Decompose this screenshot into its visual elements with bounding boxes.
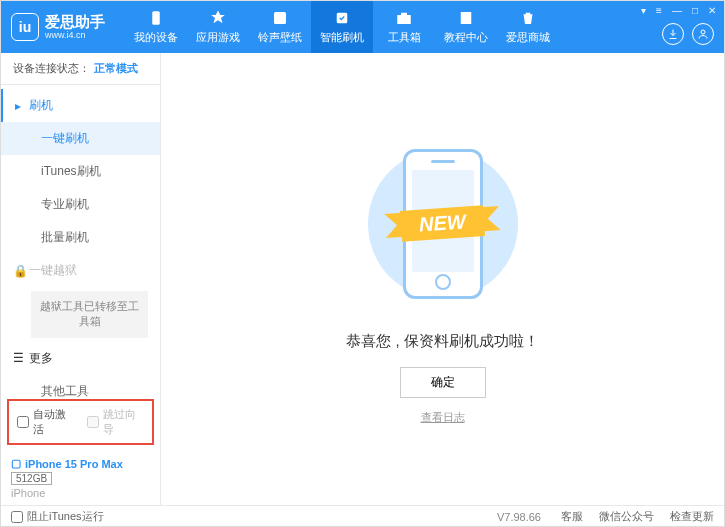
app-logo: iu 爱思助手 www.i4.cn <box>11 13 105 41</box>
nav-5[interactable]: 教程中心 <box>435 1 497 53</box>
sidebar-item[interactable]: 其他工具 <box>1 375 160 399</box>
jailbreak-note: 越狱工具已转移至工具箱 <box>31 291 148 338</box>
sidebar: 设备连接状态： 正常模式 ▸ 刷机 一键刷机iTunes刷机专业刷机批量刷机 🔒… <box>1 53 161 505</box>
footer-link[interactable]: 微信公众号 <box>599 509 654 524</box>
window-controls: ▾≡—□✕ <box>641 5 716 16</box>
sidebar-item[interactable]: 批量刷机 <box>1 221 160 254</box>
footer-link[interactable]: 检查更新 <box>670 509 714 524</box>
svg-point-6 <box>701 30 705 34</box>
win-control[interactable]: □ <box>692 5 698 16</box>
nav-0[interactable]: 我的设备 <box>125 1 187 53</box>
status-label: 设备连接状态： <box>13 61 90 76</box>
sidebar-group-more[interactable]: ☰ 更多 <box>1 342 160 375</box>
main-content: NEW 恭喜您 , 保资料刷机成功啦！ 确定 查看日志 <box>161 53 724 505</box>
device-info: ▢ iPhone 15 Pro Max 512GB iPhone <box>1 451 160 505</box>
device-name[interactable]: ▢ iPhone 15 Pro Max <box>11 457 150 470</box>
device-type: iPhone <box>11 487 150 499</box>
nav-icon <box>147 9 165 27</box>
sidebar-item[interactable]: 一键刷机 <box>1 122 160 155</box>
phone-icon: ▢ <box>11 457 21 470</box>
sidebar-group-flash[interactable]: ▸ 刷机 <box>1 89 160 122</box>
svg-rect-1 <box>274 12 286 24</box>
nav-2[interactable]: 铃声壁纸 <box>249 1 311 53</box>
nav-icon <box>519 9 537 27</box>
skip-guide-checkbox[interactable]: 跳过向导 <box>87 407 145 437</box>
version-label: V7.98.66 <box>497 511 541 523</box>
new-ribbon: NEW <box>400 205 485 242</box>
download-icon[interactable] <box>662 23 684 45</box>
device-storage: 512GB <box>11 472 52 485</box>
nav-icon <box>271 9 289 27</box>
success-message: 恭喜您 , 保资料刷机成功啦！ <box>346 332 539 351</box>
auto-activate-checkbox[interactable]: 自动激活 <box>17 407 75 437</box>
success-illustration: NEW <box>323 134 563 314</box>
header-actions <box>662 23 714 45</box>
sidebar-item[interactable]: 专业刷机 <box>1 188 160 221</box>
win-control[interactable]: ✕ <box>708 5 716 16</box>
logo-icon: iu <box>11 13 39 41</box>
sidebar-item[interactable]: iTunes刷机 <box>1 155 160 188</box>
nav-1[interactable]: 应用游戏 <box>187 1 249 53</box>
app-url: www.i4.cn <box>45 31 105 40</box>
win-control[interactable]: ▾ <box>641 5 646 16</box>
sidebar-group-jailbreak: 🔒 一键越狱 <box>1 254 160 287</box>
sidebar-options-highlight: 自动激活 跳过向导 <box>7 399 154 445</box>
nav-6[interactable]: 爱思商城 <box>497 1 559 53</box>
svg-rect-4 <box>401 13 407 15</box>
win-control[interactable]: ≡ <box>656 5 662 16</box>
win-control[interactable]: — <box>672 5 682 16</box>
user-icon[interactable] <box>692 23 714 45</box>
device-status: 设备连接状态： 正常模式 <box>1 53 160 85</box>
footer-link[interactable]: 客服 <box>561 509 583 524</box>
nav-3[interactable]: 智能刷机 <box>311 1 373 53</box>
flash-icon: ▸ <box>15 99 27 113</box>
ok-button[interactable]: 确定 <box>400 367 486 398</box>
main-nav: 我的设备应用游戏铃声壁纸智能刷机工具箱教程中心爱思商城 <box>125 1 559 53</box>
more-icon: ☰ <box>13 351 25 365</box>
footer: 阻止iTunes运行 V7.98.66 客服微信公众号检查更新 <box>1 505 724 527</box>
app-header: iu 爱思助手 www.i4.cn 我的设备应用游戏铃声壁纸智能刷机工具箱教程中… <box>1 1 724 53</box>
nav-icon <box>395 9 413 27</box>
view-log-link[interactable]: 查看日志 <box>421 410 465 425</box>
app-title: 爱思助手 <box>45 14 105 29</box>
svg-rect-3 <box>397 15 411 24</box>
nav-icon <box>209 9 227 27</box>
nav-icon <box>457 9 475 27</box>
status-value: 正常模式 <box>94 61 138 76</box>
nav-4[interactable]: 工具箱 <box>373 1 435 53</box>
lock-icon: 🔒 <box>13 264 25 278</box>
block-itunes-checkbox[interactable]: 阻止iTunes运行 <box>11 509 104 524</box>
nav-icon <box>333 9 351 27</box>
svg-rect-0 <box>152 11 160 25</box>
svg-rect-5 <box>461 12 472 24</box>
